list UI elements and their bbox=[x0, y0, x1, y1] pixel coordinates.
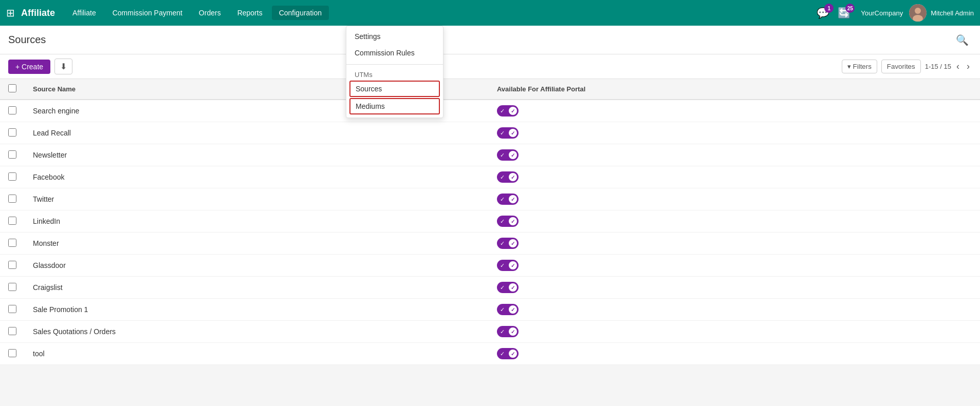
favorites-button[interactable]: Favorites bbox=[881, 60, 921, 73]
next-page-button[interactable]: › bbox=[965, 60, 972, 73]
source-name-cell: Twitter bbox=[25, 188, 489, 210]
table-row[interactable]: Glassdoor bbox=[0, 255, 980, 277]
search-button[interactable]: 🔍 bbox=[953, 31, 972, 49]
page-title: Sources bbox=[8, 34, 953, 46]
toggle-on[interactable] bbox=[497, 105, 519, 117]
source-name-cell: Craigslist bbox=[25, 277, 489, 299]
toggle-knob bbox=[509, 151, 517, 159]
select-all-checkbox[interactable] bbox=[8, 84, 16, 92]
grid-icon[interactable]: ⊞ bbox=[6, 7, 15, 19]
toggle-on[interactable] bbox=[497, 326, 519, 337]
table-row[interactable]: Sale Promotion 1 bbox=[0, 299, 980, 321]
row-checkbox[interactable] bbox=[8, 305, 16, 313]
toggle-on[interactable] bbox=[497, 127, 519, 139]
row-checkbox[interactable] bbox=[8, 106, 16, 114]
available-cell bbox=[489, 343, 980, 365]
toggle-on[interactable] bbox=[497, 304, 519, 315]
row-checkbox[interactable] bbox=[8, 150, 16, 159]
row-checkbox-cell bbox=[0, 166, 25, 188]
create-button[interactable]: + Create bbox=[8, 60, 50, 74]
select-all-header[interactable] bbox=[0, 79, 25, 100]
toggle-knob bbox=[509, 350, 517, 358]
row-checkbox-cell bbox=[0, 299, 25, 321]
available-cell bbox=[489, 144, 980, 166]
app-brand: Affiliate bbox=[21, 8, 55, 18]
toggle-on[interactable] bbox=[497, 348, 519, 359]
commission-rules-item[interactable]: Commission Rules bbox=[346, 45, 443, 61]
source-name-cell: Lead Recall bbox=[25, 122, 489, 144]
row-checkbox[interactable] bbox=[8, 195, 16, 203]
row-checkbox[interactable] bbox=[8, 349, 16, 357]
available-cell bbox=[489, 255, 980, 277]
nav-commission-payment[interactable]: Commission Payment bbox=[105, 6, 190, 20]
toggle-on[interactable] bbox=[497, 149, 519, 161]
avatar[interactable] bbox=[909, 4, 927, 22]
source-name-cell: LinkedIn bbox=[25, 210, 489, 233]
available-cell bbox=[489, 210, 980, 233]
source-name-cell: Glassdoor bbox=[25, 255, 489, 277]
toggle-knob bbox=[509, 195, 517, 203]
nav-orders[interactable]: Orders bbox=[192, 6, 228, 20]
row-checkbox[interactable] bbox=[8, 283, 16, 291]
table-row[interactable]: Facebook bbox=[0, 166, 980, 188]
toggle-on[interactable] bbox=[497, 282, 519, 293]
table-row[interactable]: Sales Quotations / Orders bbox=[0, 321, 980, 343]
nav-affiliate[interactable]: Affiliate bbox=[65, 6, 103, 20]
row-checkbox[interactable] bbox=[8, 327, 16, 335]
prev-page-button[interactable]: ‹ bbox=[954, 60, 961, 73]
available-header: Available For Affiliate Portal bbox=[489, 79, 980, 100]
source-name-cell: Facebook bbox=[25, 166, 489, 188]
available-cell bbox=[489, 166, 980, 188]
table-row[interactable]: Monster bbox=[0, 233, 980, 255]
toggle-on[interactable] bbox=[497, 171, 519, 183]
row-checkbox[interactable] bbox=[8, 217, 16, 225]
row-checkbox[interactable] bbox=[8, 172, 16, 181]
svg-point-1 bbox=[915, 8, 921, 14]
table-body: Search engineLead RecallNewsletterFacebo… bbox=[0, 100, 980, 365]
source-name-cell: Monster bbox=[25, 233, 489, 255]
row-checkbox[interactable] bbox=[8, 128, 16, 137]
toggle-knob bbox=[509, 283, 517, 292]
notifications-badge: 1 bbox=[824, 4, 834, 13]
row-checkbox-cell bbox=[0, 233, 25, 255]
toggle-on[interactable] bbox=[497, 260, 519, 271]
download-button[interactable]: ⬇ bbox=[54, 59, 72, 74]
activity-badge: 25 bbox=[845, 4, 855, 13]
toggle-on[interactable] bbox=[497, 216, 519, 227]
toolbar: + Create ⬇ ▾ Filters Favorites 1-15 / 15… bbox=[0, 54, 980, 79]
table-row[interactable]: Craigslist bbox=[0, 277, 980, 299]
row-checkbox-cell bbox=[0, 255, 25, 277]
pagination: 1-15 / 15 ‹ › bbox=[925, 60, 972, 73]
available-cell bbox=[489, 299, 980, 321]
table-row[interactable]: Twitter bbox=[0, 188, 980, 210]
row-checkbox[interactable] bbox=[8, 261, 16, 269]
row-checkbox-cell bbox=[0, 144, 25, 166]
page-header: Sources 🔍 bbox=[0, 26, 980, 54]
table-row[interactable]: Search engine bbox=[0, 100, 980, 122]
mediums-item[interactable]: Mediums bbox=[349, 98, 440, 114]
nav-reports[interactable]: Reports bbox=[230, 6, 270, 20]
table-row[interactable]: Newsletter bbox=[0, 144, 980, 166]
row-checkbox[interactable] bbox=[8, 239, 16, 247]
notifications-button[interactable]: 💬 1 bbox=[815, 5, 831, 21]
nav-configuration[interactable]: Configuration bbox=[272, 6, 329, 20]
activity-button[interactable]: 🔄 25 bbox=[836, 5, 853, 21]
toggle-knob bbox=[509, 261, 517, 269]
row-checkbox-cell bbox=[0, 277, 25, 299]
toggle-on[interactable] bbox=[497, 238, 519, 249]
row-checkbox-cell bbox=[0, 100, 25, 122]
configuration-dropdown[interactable]: Settings Commission Rules UTMs Sources M… bbox=[346, 26, 443, 118]
available-cell bbox=[489, 321, 980, 343]
filter-button[interactable]: ▾ Filters bbox=[842, 60, 877, 73]
settings-item[interactable]: Settings bbox=[346, 28, 443, 45]
sources-table-container: Source Name Available For Affiliate Port… bbox=[0, 79, 980, 365]
table-row[interactable]: Lead Recall bbox=[0, 122, 980, 144]
row-checkbox-cell bbox=[0, 188, 25, 210]
sources-item[interactable]: Sources bbox=[349, 81, 440, 97]
sources-table: Source Name Available For Affiliate Port… bbox=[0, 79, 980, 365]
table-row[interactable]: LinkedIn bbox=[0, 210, 980, 233]
dropdown-divider bbox=[346, 64, 443, 65]
toggle-on[interactable] bbox=[497, 194, 519, 205]
table-row[interactable]: tool bbox=[0, 343, 980, 365]
top-navigation: ⊞ Affiliate Affiliate Commission Payment… bbox=[0, 0, 980, 26]
